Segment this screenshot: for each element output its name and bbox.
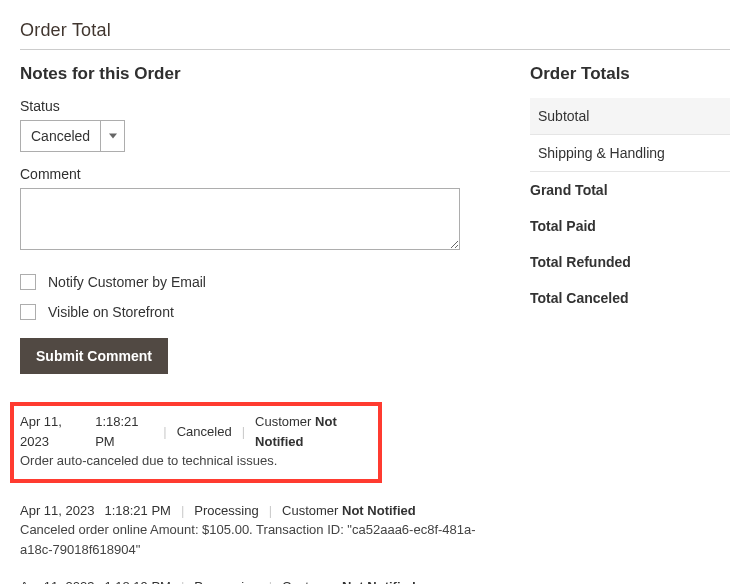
history-time: 1:18:21 PM [95, 412, 153, 451]
history-customer: Customer Not Notified [282, 577, 416, 584]
history-entry: Apr 11, 20231:18:21 PM|Canceled|Customer… [10, 402, 382, 483]
notify-label: Notify Customer by Email [48, 274, 206, 290]
history-date: Apr 11, 2023 [20, 412, 85, 451]
history-message: Order auto-canceled due to technical iss… [20, 451, 372, 471]
totals-row: Total Canceled [530, 280, 730, 316]
separator: | [269, 577, 272, 584]
separator: | [163, 422, 166, 442]
separator: | [269, 501, 272, 521]
separator: | [181, 501, 184, 521]
separator: | [181, 577, 184, 584]
status-select[interactable]: Canceled [20, 120, 125, 152]
history-entry-head: Apr 11, 20231:18:21 PM|Processing|Custom… [20, 501, 490, 521]
order-history: Apr 11, 20231:18:21 PM|Canceled|Customer… [20, 402, 490, 584]
history-date: Apr 11, 2023 [20, 577, 94, 584]
notes-heading: Notes for this Order [20, 64, 490, 84]
separator: | [242, 422, 245, 442]
history-date: Apr 11, 2023 [20, 501, 94, 521]
history-status: Processing [194, 577, 258, 584]
totals-row: Grand Total [530, 172, 730, 208]
status-label: Status [20, 98, 490, 114]
history-entry-head: Apr 11, 20231:18:21 PM|Canceled|Customer… [20, 412, 372, 451]
notify-checkbox[interactable] [20, 274, 36, 290]
totals-row: Shipping & Handling [530, 135, 730, 172]
history-message: Canceled order online Amount: $105.00. T… [20, 520, 490, 559]
history-customer: Customer Not Notified [255, 412, 372, 451]
history-time: 1:18:21 PM [104, 501, 171, 521]
status-select-value: Canceled [21, 121, 100, 151]
history-time: 1:18:19 PM [104, 577, 171, 584]
history-entry: Apr 11, 20231:18:21 PM|Processing|Custom… [20, 501, 490, 560]
visible-checkbox[interactable] [20, 304, 36, 320]
history-entry: Apr 11, 20231:18:19 PM|Processing|Custom… [20, 577, 490, 584]
visible-label: Visible on Storefront [48, 304, 174, 320]
history-customer: Customer Not Notified [282, 501, 416, 521]
totals-row: Subtotal [530, 98, 730, 135]
section-title: Order Total [20, 20, 730, 50]
comment-input[interactable] [20, 188, 460, 250]
history-entry-head: Apr 11, 20231:18:19 PM|Processing|Custom… [20, 577, 490, 584]
order-totals-list: SubtotalShipping & HandlingGrand TotalTo… [530, 98, 730, 316]
totals-row: Total Paid [530, 208, 730, 244]
submit-comment-button[interactable]: Submit Comment [20, 338, 168, 374]
history-status: Canceled [177, 422, 232, 442]
order-totals-heading: Order Totals [530, 64, 730, 84]
totals-row: Total Refunded [530, 244, 730, 280]
chevron-down-icon [100, 121, 124, 151]
comment-label: Comment [20, 166, 490, 182]
history-status: Processing [194, 501, 258, 521]
